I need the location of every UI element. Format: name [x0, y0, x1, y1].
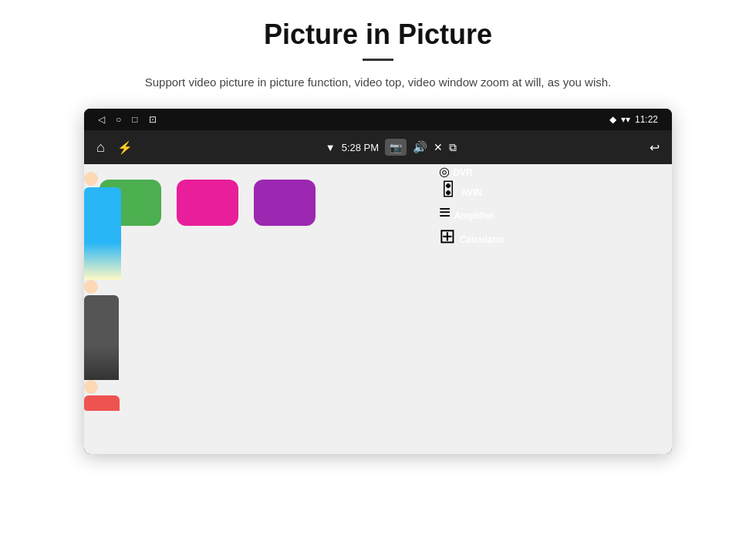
status-bar-left: ◁ ○ □ ⊡	[98, 114, 157, 125]
apps-grid-row-2: ≡ Amplifier ⊞ Calculator	[439, 200, 505, 248]
volume-icon[interactable]: 🔊	[413, 140, 427, 154]
wifi-appbar-icon: ▼	[326, 142, 336, 153]
amplifier-icon: ≡	[439, 200, 451, 224]
status-bar-right: ◆ ▾▾ 11:22	[609, 114, 658, 125]
dvr-label: DVR	[453, 167, 472, 178]
app-bar-center: ▼ 5:28 PM 📷 🔊 ✕ ⧉	[326, 139, 457, 156]
main-content: 📷 − + ✕ ⏮ ⏯	[84, 164, 672, 454]
screenshot-icon: ⊡	[149, 114, 157, 125]
person-2	[84, 280, 435, 380]
avin-label: AVIN	[461, 187, 482, 198]
back-icon: ◁	[98, 114, 105, 125]
apps-grid-row-1: ◎ DVR 🎛 AVIN	[439, 164, 505, 200]
close-appbar-icon[interactable]: ✕	[434, 141, 443, 153]
page-subtitle: Support video picture in picture functio…	[145, 73, 611, 92]
pip-icon[interactable]: ⧉	[449, 141, 457, 154]
wifi-status-icon: ▾▾	[621, 114, 630, 125]
usb-icon: ⚡	[117, 140, 133, 155]
pip-overlay: 📷 − + ✕ ⏮ ⏯	[84, 172, 435, 411]
status-bar: ◁ ○ □ ⊡ ◆ ▾▾ 11:22	[84, 109, 672, 130]
app-avin[interactable]: 🎛 AVIN	[439, 179, 505, 200]
person-3	[84, 380, 435, 411]
appbar-back-icon[interactable]: ↩	[650, 140, 660, 155]
person-1	[84, 172, 435, 280]
status-time: 11:22	[635, 114, 658, 125]
page-title: Picture in Picture	[264, 18, 492, 51]
device-frame: ◁ ○ □ ⊡ ◆ ▾▾ 11:22 ⌂ ⚡ ▼ 5:28 PM 📷 🔊	[84, 109, 672, 454]
apps-section: ◎ DVR 🎛 AVIN ≡ Amplifier ⊞	[439, 164, 505, 454]
avin-icon: 🎛	[439, 179, 457, 200]
app-amplifier[interactable]: ≡ Amplifier	[439, 200, 505, 224]
dvr-icon: ◎	[439, 165, 450, 178]
pip-video-content: 📷 − + ✕ ⏮ ⏯	[84, 172, 435, 411]
calculator-label: Calculator	[459, 234, 505, 245]
home-circle-icon: ○	[116, 114, 121, 125]
people-group	[84, 172, 435, 411]
home-icon[interactable]: ⌂	[96, 140, 105, 156]
amplifier-label: Amplifier	[454, 210, 494, 221]
location-icon: ◆	[609, 114, 616, 125]
app-bar-left: ⌂ ⚡	[96, 140, 133, 156]
camera-button[interactable]: 📷	[385, 139, 407, 156]
app-bar-right: ↩	[650, 140, 660, 155]
recents-icon: □	[132, 114, 137, 125]
app-dvr[interactable]: ◎ DVR	[439, 164, 505, 179]
video-section: 📷 − + ✕ ⏮ ⏯	[84, 164, 439, 454]
title-divider	[363, 59, 393, 61]
calculator-icon: ⊞	[439, 224, 456, 247]
appbar-time: 5:28 PM	[342, 142, 379, 153]
app-calculator[interactable]: ⊞ Calculator	[439, 224, 505, 248]
app-bar: ⌂ ⚡ ▼ 5:28 PM 📷 🔊 ✕ ⧉ ↩	[84, 130, 672, 164]
